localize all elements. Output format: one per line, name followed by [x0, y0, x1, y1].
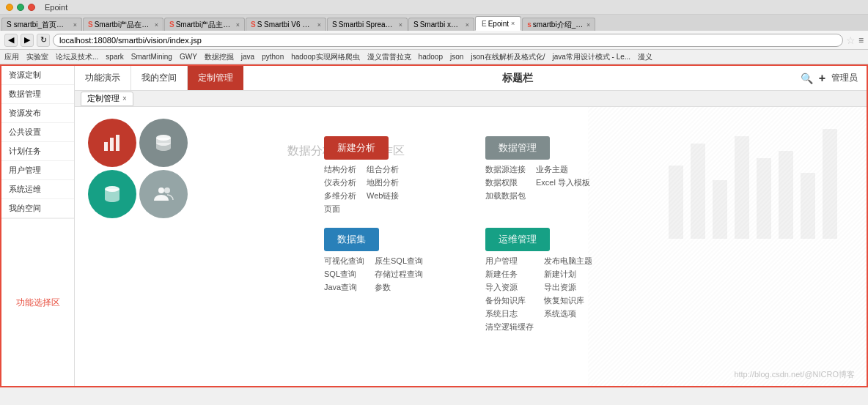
sidebar-item-public[interactable]: 公共设置 — [1, 123, 74, 142]
bookmark-lab[interactable]: 实验室 — [26, 52, 48, 62]
tab-4[interactable]: S Smartbi Spreadsheet Edi... × — [327, 18, 408, 31]
link-java-query[interactable]: Java查询 — [324, 282, 364, 293]
bookmark-datamining[interactable]: 数据挖掘 — [205, 52, 234, 62]
bookmark-hadoop[interactable]: hadoop实现网络爬虫 — [291, 52, 359, 62]
add-icon[interactable]: + — [819, 72, 825, 85]
link-import-res[interactable]: 导入资源 — [485, 282, 534, 293]
link-stored-proc[interactable]: 存储过程查询 — [375, 269, 423, 280]
sidebar-item-tasks[interactable]: 计划任务 — [1, 142, 74, 161]
bookmark-manyi[interactable]: 漫义雷普拉克 — [367, 52, 411, 62]
bookmark-java2[interactable]: java常用设计模式 - Le... — [552, 52, 630, 62]
bookmark-json[interactable]: json — [450, 53, 463, 61]
tab-1-close[interactable]: × — [155, 21, 158, 29]
menu-button[interactable]: ≡ — [858, 35, 864, 45]
link-clear-cache[interactable]: 清空逻辑缓存 — [485, 322, 534, 332]
icon-storage[interactable] — [88, 170, 136, 218]
link-page[interactable]: 页面 — [324, 204, 356, 215]
back-button[interactable]: ◀ — [4, 34, 18, 47]
svg-point-5 — [158, 187, 164, 193]
star-button[interactable]: ☆ — [846, 34, 856, 46]
bookmark-json2[interactable]: json在线解析及格式化/ — [471, 52, 545, 62]
sidebar-item-resource[interactable]: 资源定制 — [1, 66, 74, 85]
sidebar-item-ops[interactable]: 系统运维 — [1, 180, 74, 199]
link-combo-analysis[interactable]: 组合分析 — [367, 164, 399, 175]
content-tab-manage[interactable]: 定制管理 × — [81, 92, 133, 106]
link-sys-options[interactable]: 系统选项 — [544, 308, 592, 319]
tab-0[interactable]: S smartbi_首页搜索 × — [1, 18, 82, 31]
link-native-sql[interactable]: 原生SQL查询 — [375, 256, 423, 267]
tab-7[interactable]: s smartbi介绍_首页搜索 × — [522, 18, 595, 31]
link-syslog[interactable]: 系统日志 — [485, 308, 534, 319]
btn-maximize[interactable] — [17, 4, 24, 11]
new-analysis-btn[interactable]: 新建分析 — [324, 136, 389, 160]
link-user-mgmt[interactable]: 用户管理 — [485, 256, 534, 267]
bookmark-forum[interactable]: 论坛及技术... — [56, 52, 98, 62]
link-struct-analysis[interactable]: 结构分析 — [324, 164, 356, 175]
link-visual-query[interactable]: 可视化查询 — [324, 256, 364, 267]
tab-7-close[interactable]: × — [586, 21, 590, 29]
nav-item-myspace[interactable]: 我的空间 — [131, 66, 188, 90]
link-sql-query[interactable]: SQL查询 — [324, 269, 364, 280]
link-restore-kb[interactable]: 恢复知识库 — [544, 295, 592, 306]
ops-links-col2: 发布电脑主题 新建计划 导出资源 恢复知识库 系统选项 — [544, 256, 592, 332]
tab-5-close[interactable]: × — [466, 21, 469, 29]
svg-rect-8 — [691, 144, 705, 239]
nav-item-manage[interactable]: 定制管理 — [188, 66, 243, 90]
tab-0-close[interactable]: × — [73, 21, 77, 29]
bookmark-apps[interactable]: 应用 — [4, 52, 19, 62]
link-web-link[interactable]: Web链接 — [367, 190, 399, 201]
bookmark-python[interactable]: python — [262, 53, 284, 61]
link-publish-theme[interactable]: 发布电脑主题 — [544, 256, 592, 267]
ops-btn[interactable]: 运维管理 — [485, 228, 550, 251]
icon-users[interactable] — [139, 170, 188, 218]
sidebar-item-publish[interactable]: 资源发布 — [1, 104, 74, 123]
link-map-analysis[interactable]: 地图分析 — [367, 177, 399, 188]
address-bar: ◀ ▶ ↻ ☆ ≡ — [0, 31, 868, 50]
tab-6-active[interactable]: E Epoint × — [475, 16, 521, 31]
tab-5[interactable]: S Smartbi xQuery Edition × — [408, 18, 474, 31]
bookmark-smartmining[interactable]: SmartMining — [131, 53, 172, 61]
search-icon[interactable]: 🔍 — [801, 73, 813, 84]
sidebar-item-data[interactable]: 数据管理 — [1, 85, 74, 104]
tab-6-close[interactable]: × — [511, 20, 515, 27]
forward-button[interactable]: ▶ — [21, 34, 34, 47]
bookmark-java[interactable]: java — [241, 53, 254, 61]
tab-2[interactable]: S Smartbi产品主页 | 专业版 × 专 × — [164, 18, 245, 31]
refresh-button[interactable]: ↻ — [37, 34, 50, 47]
data-management-section: 数据管理 数据源连接 数据权限 加载数据包 业务主题 Excel 导入模板 — [485, 136, 632, 215]
btn-close[interactable] — [28, 4, 35, 11]
tab-4-close[interactable]: × — [399, 21, 402, 29]
sidebar-item-myspace[interactable]: 我的空间 — [1, 199, 74, 218]
icon-chart[interactable] — [88, 119, 136, 167]
link-multi-analysis[interactable]: 多维分析 — [324, 190, 356, 201]
link-load-data[interactable]: 加载数据包 — [485, 190, 526, 201]
link-new-task[interactable]: 新建任务 — [485, 269, 534, 280]
tab-2-close[interactable]: × — [236, 21, 240, 29]
data-management-btn[interactable]: 数据管理 — [485, 136, 550, 160]
url-input[interactable] — [53, 34, 843, 47]
link-backup-kb[interactable]: 备份知识库 — [485, 295, 534, 306]
dataset-btn[interactable]: 数据集 — [324, 228, 379, 251]
tab-3-close[interactable]: × — [317, 21, 321, 29]
bookmark-manyi2[interactable]: 漫义 — [638, 52, 652, 62]
tab-3[interactable]: S S Smartbi V6 企业审核 - Sm... × — [246, 18, 326, 31]
link-datasource[interactable]: 数据源连接 — [485, 164, 526, 175]
bookmark-spark[interactable]: spark — [106, 53, 123, 61]
link-excel-template[interactable]: Excel 导入模板 — [536, 177, 590, 188]
tab-1[interactable]: S Smartbi产品在线演示 × — [83, 18, 163, 31]
icon-database[interactable] — [139, 119, 188, 167]
sidebar-item-users[interactable]: 用户管理 — [1, 161, 74, 180]
content-tab-close[interactable]: × — [122, 94, 127, 103]
nav-item-demo[interactable]: 功能演示 — [75, 66, 131, 90]
tab-3-icon: S — [251, 21, 256, 29]
link-business-topic[interactable]: 业务主题 — [536, 164, 590, 175]
bookmark-hadoop2[interactable]: hadoop — [419, 53, 443, 61]
btn-minimize[interactable] — [6, 4, 13, 11]
link-export-res[interactable]: 导出资源 — [544, 282, 592, 293]
link-data-permission[interactable]: 数据权限 — [485, 177, 526, 188]
sidebar: 资源定制 数据管理 资源发布 公共设置 计划任务 用户管理 系统运维 我的空间 … — [1, 66, 75, 386]
link-new-schedule[interactable]: 新建计划 — [544, 269, 592, 280]
bookmark-gwy[interactable]: GWY — [180, 53, 197, 61]
link-params[interactable]: 参数 — [375, 282, 423, 293]
link-meter-analysis[interactable]: 仪表分析 — [324, 177, 356, 188]
